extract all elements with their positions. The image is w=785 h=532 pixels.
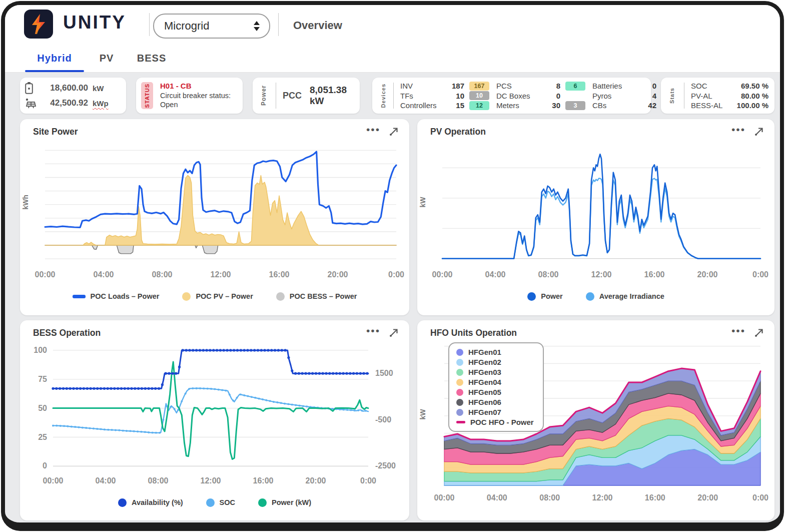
svg-text:0:00: 0:00 — [752, 270, 768, 279]
svg-text:50: 50 — [38, 404, 47, 412]
svg-text:04:00: 04:00 — [96, 476, 116, 485]
power-badge: Power — [258, 82, 270, 109]
unity-logo — [24, 10, 53, 39]
bess-operation-legend: Availability (%)SOCPower (kW) — [20, 491, 409, 513]
pv-operation-panel: PV Operation ••• 00:0004:0008:0012:0016:… — [417, 119, 774, 315]
svg-text:25: 25 — [38, 433, 47, 441]
stat-row: PV-AL80.00 % — [691, 91, 768, 101]
devices-card: Devices INV187167TFs1010Controllers1512P… — [372, 78, 651, 114]
expand-icon[interactable] — [388, 327, 399, 338]
legend-item[interactable]: Availability (%) — [118, 498, 183, 507]
status-badge: STATUS — [141, 82, 153, 109]
brand-title: UNITY — [63, 12, 126, 33]
legend-item[interactable]: Average Irradiance — [586, 292, 664, 301]
expand-icon[interactable] — [388, 126, 399, 137]
svg-text:08:00: 08:00 — [539, 493, 560, 502]
svg-text:0: 0 — [43, 461, 47, 470]
legend-item[interactable]: HFGen03 — [456, 368, 534, 376]
legend-item[interactable]: HFGen04 — [456, 378, 534, 386]
status-device-title: H01 - CB — [160, 82, 239, 90]
tab-bess[interactable]: BESS — [129, 44, 174, 72]
svg-text:20:00: 20:00 — [697, 493, 718, 502]
legend-item[interactable]: POC PV – Power — [182, 292, 253, 301]
site-selector-value: Microgrid — [164, 20, 209, 33]
legend-item[interactable]: POC Loads – Power — [73, 292, 160, 300]
legend-item[interactable]: HFGen01 — [456, 348, 534, 356]
tab-hybrid[interactable]: Hybrid — [25, 44, 84, 72]
legend-item[interactable]: HFGen05 — [456, 388, 534, 396]
legend-item[interactable]: SOC — [206, 498, 235, 507]
device-count-row: DC Boxes0 — [496, 91, 585, 101]
expand-icon[interactable] — [753, 126, 764, 137]
svg-text:-2500: -2500 — [375, 461, 396, 470]
site-power-legend: POC Loads – PowerPOC PV – PowerPOC BESS … — [20, 285, 409, 307]
stats-card: Stats SOC69.50 %PV-AL80.00 %BESS-AL100.0… — [661, 78, 774, 114]
hfo-units-title: HFO Units Operation — [430, 328, 517, 338]
svg-text:100: 100 — [34, 346, 47, 354]
legend-item[interactable]: POC BESS – Power — [276, 292, 357, 301]
stat-row: BESS-AL100.00 % — [691, 101, 768, 110]
hfo-units-legend: HFGen01HFGen02HFGen03HFGen04HFGen05HFGen… — [448, 342, 544, 432]
device-count-row: TFs1010 — [400, 91, 489, 101]
legend-item[interactable]: POC HFO - Power — [456, 418, 534, 426]
more-options-icon[interactable]: ••• — [366, 328, 380, 337]
svg-text:0:00: 0:00 — [752, 493, 768, 502]
device-count-row: Controllers1512 — [400, 101, 489, 110]
page-title: Overview — [293, 19, 342, 32]
devices-grid: INV187167TFs1010Controllers1512PCS86DC B… — [400, 81, 648, 110]
svg-text:12:00: 12:00 — [592, 493, 613, 502]
pv-operation-title: PV Operation — [430, 127, 486, 137]
pcc-label: PCC — [283, 91, 302, 101]
pv-operation-chart: 00:0004:0008:0012:0016:0020:000:00kW — [417, 137, 774, 285]
battery-capacity-unit: kW — [93, 84, 104, 93]
status-card: STATUS H01 - CB Circuit breaker status: … — [136, 78, 243, 114]
legend-item[interactable]: HFGen02 — [456, 358, 534, 366]
bess-operation-title: BESS Operation — [33, 328, 101, 338]
hfo-units-panel: HFO Units Operation ••• 00:0004:0008:001… — [417, 320, 774, 520]
svg-text:0:00: 0:00 — [360, 476, 376, 485]
tab-pv[interactable]: PV — [89, 44, 124, 72]
svg-text:08:00: 08:00 — [152, 270, 173, 279]
more-options-icon[interactable]: ••• — [731, 127, 745, 136]
stat-row: SOC69.50 % — [691, 81, 768, 91]
legend-item[interactable]: Power (kW) — [258, 498, 311, 507]
svg-text:00:00: 00:00 — [43, 476, 64, 485]
lightning-bolt-icon — [30, 14, 47, 34]
top-bar: UNITY Microgrid Overview — [5, 5, 780, 44]
svg-text:08:00: 08:00 — [538, 270, 559, 279]
svg-text:00:00: 00:00 — [35, 270, 56, 279]
window-frame: UNITY Microgrid Overview Hybrid PV BESS — [1, 1, 784, 531]
pv-capacity-value: 42,500.92 — [36, 98, 88, 108]
svg-text:04:00: 04:00 — [487, 493, 507, 502]
svg-text:12:00: 12:00 — [591, 270, 612, 279]
svg-text:0:00: 0:00 — [388, 270, 404, 279]
pv-operation-legend: PowerAverage Irradiance — [417, 285, 774, 307]
bess-operation-panel: BESS Operation ••• 00:0004:0008:0012:001… — [20, 320, 409, 520]
svg-text:16:00: 16:00 — [269, 270, 290, 279]
svg-text:04:00: 04:00 — [485, 270, 506, 279]
more-options-icon[interactable]: ••• — [366, 127, 380, 136]
header-divider — [149, 13, 150, 36]
legend-item[interactable]: HFGen07 — [456, 408, 534, 416]
svg-text:16:00: 16:00 — [253, 476, 274, 485]
svg-text:16:00: 16:00 — [645, 493, 665, 502]
battery-capacity-value: 18,600.00 — [33, 83, 88, 93]
svg-text:00:00: 00:00 — [434, 493, 455, 502]
devices-badge: Devices — [377, 82, 389, 109]
expand-icon[interactable] — [753, 327, 764, 338]
bess-operation-chart: 00:0004:0008:0012:0016:0020:000:00100755… — [20, 338, 409, 491]
status-line2: Open — [160, 100, 239, 109]
legend-item[interactable]: Power — [527, 292, 563, 301]
solar-panel-icon — [25, 98, 36, 109]
svg-text:00:00: 00:00 — [432, 270, 453, 279]
capacity-card: 18,600.00 kW 42,500.92 kWp — [20, 78, 126, 114]
chevron-updown-icon — [253, 21, 260, 31]
site-selector-dropdown[interactable]: Microgrid — [153, 14, 270, 39]
svg-text:kWh: kWh — [22, 195, 30, 210]
svg-text:12:00: 12:00 — [211, 270, 231, 279]
legend-item[interactable]: HFGen06 — [456, 398, 534, 406]
device-count-row: PCS86 — [496, 81, 585, 91]
more-options-icon[interactable]: ••• — [731, 328, 745, 337]
site-power-chart: 00:0004:0008:0012:0016:0020:000:00kWh — [20, 137, 409, 285]
svg-text:20:00: 20:00 — [306, 476, 326, 485]
